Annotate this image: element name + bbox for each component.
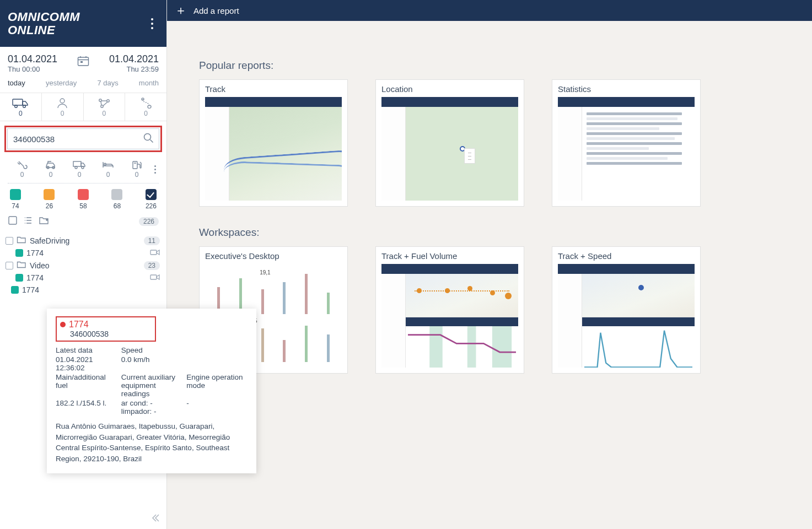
tab-geozones-count: 0 — [84, 110, 125, 117]
vehicle-tooltip: 1774 346000538 Latest data Speed 01.04.2… — [47, 309, 256, 473]
tab-drivers-count: 0 — [42, 110, 83, 117]
workspaces-heading: Workspaces: — [199, 226, 780, 239]
thumb-statistics — [558, 97, 695, 201]
tooltip-header: 1774 346000538 — [56, 316, 156, 342]
collapse-sidebar-icon[interactable] — [144, 507, 166, 529]
checkbox-icon[interactable] — [6, 262, 13, 269]
checkbox-icon[interactable] — [6, 237, 13, 245]
tree-group-safedriving[interactable]: SafeDriving 11 — [6, 234, 165, 247]
card-track-fuel[interactable]: Track + Fuel Volume — [375, 246, 524, 374]
thumb-location: ——— — [381, 97, 518, 201]
tab-routes-count: 0 — [125, 110, 166, 117]
folder-icon — [17, 236, 26, 245]
filter-fuel[interactable]: 0 — [122, 160, 151, 179]
thumb-track-speed — [558, 264, 695, 368]
brand-line2: ONLINE — [8, 24, 80, 36]
status-chip-icon — [15, 274, 23, 282]
status-red[interactable]: 58 — [78, 189, 89, 210]
svg-point-15 — [82, 166, 84, 169]
list-view-icon[interactable] — [23, 216, 33, 227]
plus-icon: ＋ — [175, 4, 187, 17]
filter-events[interactable]: 0 — [36, 160, 65, 179]
tab-vehicles-count: 0 — [0, 110, 41, 117]
svg-point-14 — [75, 166, 77, 169]
selector-tabs: 0 0 0 0 — [0, 93, 166, 121]
tree-item[interactable]: 1774 — [6, 272, 165, 284]
calendar-icon[interactable] — [77, 56, 89, 69]
filter-rest[interactable]: 0 — [94, 160, 122, 179]
tab-routes[interactable]: 0 — [125, 93, 166, 121]
svg-point-5 — [60, 99, 64, 103]
card-statistics[interactable]: Statistics — [552, 79, 701, 207]
tree-item[interactable]: 1774 — [6, 284, 165, 296]
svg-rect-2 — [13, 99, 23, 105]
workspace-cards: Executive's Desktop — [199, 246, 780, 374]
add-report-label: Add a report — [193, 6, 239, 15]
select-all-checkbox[interactable] — [8, 215, 18, 228]
status-chip-icon — [15, 249, 23, 257]
filter-more-icon[interactable] — [151, 165, 159, 174]
card-track-speed[interactable]: Track + Speed — [552, 246, 701, 374]
preset-today[interactable]: today — [8, 79, 25, 87]
filter-vehicles[interactable]: 0 — [65, 160, 94, 179]
tab-vehicles[interactable]: 0 — [0, 93, 42, 121]
status-chip-icon — [11, 286, 19, 294]
preset-yesterday[interactable]: yesterday — [46, 79, 77, 87]
add-report-button[interactable]: ＋ Add a report — [167, 0, 812, 21]
filter-maintenance[interactable]: 0 — [8, 160, 36, 179]
thumb-track-fuel — [381, 264, 518, 368]
date-to[interactable]: 01.04.2021 Thu 23:59 — [109, 53, 159, 73]
camera-icon — [150, 273, 160, 282]
popular-cards: Track Location ——— Statistics — [199, 79, 780, 207]
camera-icon — [150, 249, 160, 257]
svg-rect-23 — [492, 326, 512, 368]
main-area: ＋ Add a report Popular reports: Track Lo… — [167, 0, 812, 529]
popular-heading: Popular reports: — [199, 60, 780, 72]
tree-item[interactable]: 1774 — [6, 247, 165, 259]
add-folder-icon[interactable] — [39, 216, 50, 227]
status-orange[interactable]: 26 — [44, 189, 55, 210]
total-count-pill: 226 — [139, 217, 159, 226]
date-to-date: 01.04.2021 — [109, 53, 159, 65]
svg-rect-17 — [133, 161, 137, 169]
svg-rect-20 — [150, 275, 157, 279]
brand-logo: OMNICOMM ONLINE — [8, 10, 80, 36]
tooltip-address: Rua Antônio Guimaraes, Itapebussu, Guara… — [56, 421, 248, 464]
card-location[interactable]: Location ——— — [375, 79, 524, 207]
status-checked[interactable]: 226 — [146, 189, 157, 210]
svg-rect-21 — [429, 326, 443, 368]
svg-rect-22 — [467, 326, 476, 368]
svg-point-10 — [144, 134, 151, 141]
status-row: 74 26 58 68 226 — [0, 186, 166, 213]
search-input[interactable] — [7, 128, 159, 149]
filter-row: 0 0 0 0 0 — [0, 156, 166, 181]
preset-month[interactable]: month — [139, 79, 159, 87]
card-track[interactable]: Track — [199, 79, 348, 207]
search-area — [0, 121, 166, 156]
svg-rect-19 — [150, 250, 157, 255]
status-dot-icon — [60, 322, 66, 327]
brand-line1: OMNICOMM — [8, 10, 80, 23]
thumb-track — [205, 97, 342, 201]
svg-rect-18 — [9, 217, 17, 224]
tab-geozones[interactable]: 0 — [84, 93, 126, 121]
date-presets: today yesterday 7 days month — [0, 77, 166, 93]
svg-point-16 — [104, 163, 106, 165]
preset-week[interactable]: 7 days — [97, 79, 118, 87]
svg-point-4 — [23, 105, 26, 108]
svg-point-6 — [99, 99, 101, 101]
tooltip-grid: Latest data Speed 01.04.2021 12:36:02 0.… — [56, 346, 248, 415]
object-tree: SafeDriving 11 1774 Video 23 1774 — [0, 232, 166, 298]
folder-icon — [17, 261, 26, 270]
tree-group-video[interactable]: Video 23 — [6, 259, 165, 272]
status-green[interactable]: 74 — [10, 189, 21, 210]
svg-rect-0 — [78, 57, 89, 66]
tab-drivers[interactable]: 0 — [42, 93, 84, 121]
date-from-date: 01.04.2021 — [8, 53, 57, 65]
search-icon[interactable] — [143, 132, 154, 145]
svg-rect-1 — [80, 61, 83, 63]
date-range: 01.04.2021 Thu 00:00 01.04.2021 Thu 23:5… — [0, 47, 166, 77]
status-gray[interactable]: 68 — [111, 189, 122, 210]
date-from[interactable]: 01.04.2021 Thu 00:00 — [8, 53, 57, 73]
sidebar-menu-button[interactable] — [146, 13, 159, 35]
